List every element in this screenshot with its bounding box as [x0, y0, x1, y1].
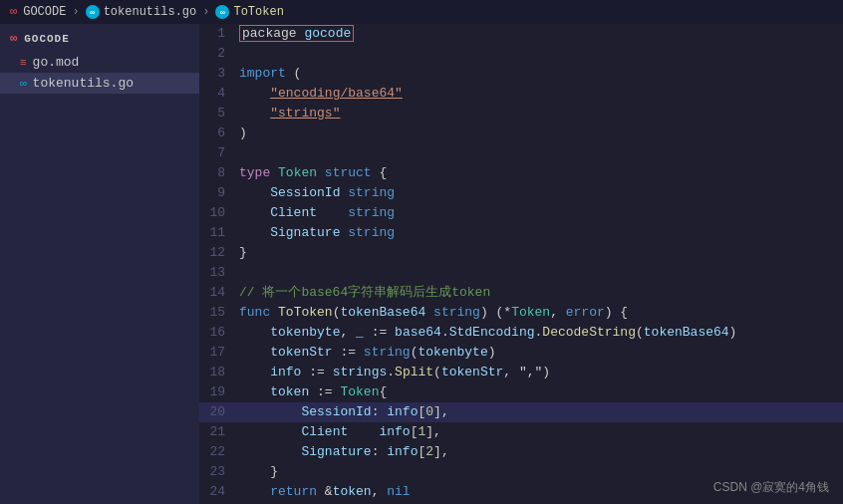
- line-number: 4: [199, 84, 235, 104]
- line-number: 1: [199, 24, 235, 44]
- line-content: package gocode: [235, 24, 843, 44]
- line-number: 7: [199, 143, 235, 163]
- sidebar-title: ∞ GOCODE: [0, 24, 199, 52]
- code-line: 22 Signature: info[2],: [199, 442, 843, 462]
- line-number: 11: [199, 223, 235, 243]
- code-line: 17 tokenStr := string(tokenbyte): [199, 343, 843, 363]
- line-content: SessionId: info[0],: [235, 402, 843, 422]
- line-number: 6: [199, 124, 235, 143]
- line-content: tokenStr := string(tokenbyte): [235, 343, 843, 363]
- code-line: 14// 将一个base64字符串解码后生成token: [199, 283, 843, 303]
- line-number: 23: [199, 462, 235, 482]
- line-content: type Token struct {: [235, 163, 843, 183]
- line-number: 10: [199, 203, 235, 223]
- title-bar: ∞ GOCODE › ∞ tokenutils.go › ∞ ToToken: [0, 0, 843, 24]
- line-content: Signature string: [235, 223, 843, 243]
- sidebar-item-label: go.mod: [33, 55, 80, 70]
- code-line: 2: [199, 44, 843, 64]
- line-number: 2: [199, 44, 235, 64]
- code-line: 1package gocode: [199, 24, 843, 44]
- sidebar-item-tokenutils[interactable]: ∞ tokenutils.go: [0, 73, 199, 94]
- go-file-icon: ∞: [20, 78, 27, 90]
- sidebar-title-icon: ∞: [10, 32, 18, 46]
- code-lines: 1package gocode23import (4 "encoding/bas…: [199, 24, 843, 504]
- line-number: 3: [199, 64, 235, 84]
- line-number: 18: [199, 363, 235, 382]
- line-content: tokenbyte, _ := base64.StdEncoding.Decod…: [235, 323, 843, 343]
- code-line: 13: [199, 263, 843, 283]
- package-highlight: package gocode: [239, 25, 354, 42]
- line-number: 13: [199, 263, 235, 283]
- method-icon: ∞: [215, 5, 229, 19]
- code-editor[interactable]: 1package gocode23import (4 "encoding/bas…: [199, 24, 843, 504]
- line-content: func ToToken(tokenBase64 string) (*Token…: [235, 303, 843, 323]
- line-number: 19: [199, 382, 235, 402]
- sidebar-item-label: tokenutils.go: [33, 76, 134, 91]
- line-content: ): [235, 124, 843, 143]
- code-line: 21 Client info[1],: [199, 422, 843, 442]
- line-number: 9: [199, 183, 235, 203]
- line-number: 22: [199, 442, 235, 462]
- line-content: "strings": [235, 104, 843, 124]
- code-line: 16 tokenbyte, _ := base64.StdEncoding.De…: [199, 323, 843, 343]
- line-content: SessionId string: [235, 183, 843, 203]
- code-line: 18 info := strings.Split(tokenStr, ","): [199, 363, 843, 382]
- code-line: 5 "strings": [199, 104, 843, 124]
- line-number: 12: [199, 243, 235, 263]
- code-line: 9 SessionId string: [199, 183, 843, 203]
- code-line: 10 Client string: [199, 203, 843, 223]
- code-line: 20 SessionId: info[0],: [199, 402, 843, 422]
- go-project-icon: ∞: [10, 5, 17, 19]
- line-content: Client string: [235, 203, 843, 223]
- line-number: 5: [199, 104, 235, 124]
- line-content: }: [235, 243, 843, 263]
- sidebar-item-gomod[interactable]: ≡ go.mod: [0, 52, 199, 73]
- line-number: 16: [199, 323, 235, 343]
- watermark: CSDN @寂寞的4角钱: [713, 479, 829, 496]
- line-content: Client info[1],: [235, 422, 843, 442]
- sidebar: ∞ GOCODE ≡ go.mod ∞ tokenutils.go: [0, 24, 199, 504]
- main-layout: ∞ GOCODE ≡ go.mod ∞ tokenutils.go 1packa…: [0, 24, 843, 504]
- line-content: "encoding/base64": [235, 84, 843, 104]
- line-number: 24: [199, 482, 235, 502]
- code-line: 7: [199, 143, 843, 163]
- line-content: import (: [235, 64, 843, 84]
- line-number: 8: [199, 163, 235, 183]
- line-number: 20: [199, 402, 235, 422]
- line-number: 21: [199, 422, 235, 442]
- code-line: 6): [199, 124, 843, 143]
- code-line: 15func ToToken(tokenBase64 string) (*Tok…: [199, 303, 843, 323]
- code-line: 4 "encoding/base64": [199, 84, 843, 104]
- code-line: 3import (: [199, 64, 843, 84]
- line-number: 14: [199, 283, 235, 303]
- project-name: GOCODE: [23, 5, 66, 19]
- mod-file-icon: ≡: [20, 57, 27, 69]
- code-line: 11 Signature string: [199, 223, 843, 243]
- breadcrumb-file: ∞ tokenutils.go: [86, 5, 197, 19]
- file-go-icon: ∞: [86, 5, 100, 19]
- line-number: 15: [199, 303, 235, 323]
- code-line: 12}: [199, 243, 843, 263]
- code-line: 19 token := Token{: [199, 382, 843, 402]
- line-number: 17: [199, 343, 235, 363]
- code-line: 8type Token struct {: [199, 163, 843, 183]
- line-content: token := Token{: [235, 382, 843, 402]
- line-content: // 将一个base64字符串解码后生成token: [235, 283, 843, 303]
- breadcrumb-function: ∞ ToToken: [215, 5, 283, 19]
- line-content: Signature: info[2],: [235, 442, 843, 462]
- line-content: info := strings.Split(tokenStr, ","): [235, 363, 843, 382]
